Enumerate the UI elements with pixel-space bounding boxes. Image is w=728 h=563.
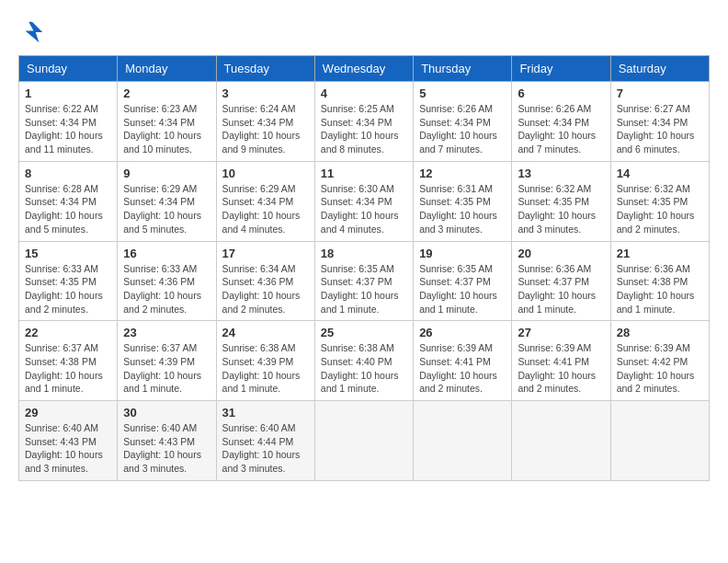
- calendar-day-cell: 14 Sunrise: 6:32 AM Sunset: 4:35 PM Dayl…: [610, 161, 709, 241]
- day-number: 16: [123, 247, 210, 260]
- calendar-day-cell: 23 Sunrise: 6:37 AM Sunset: 4:39 PM Dayl…: [118, 321, 216, 401]
- day-info: Sunrise: 6:22 AM Sunset: 4:34 PM Dayligh…: [25, 102, 111, 156]
- day-info: Sunrise: 6:32 AM Sunset: 4:35 PM Dayligh…: [518, 182, 604, 236]
- calendar-day-cell: 19 Sunrise: 6:35 AM Sunset: 4:37 PM Dayl…: [414, 241, 512, 321]
- day-number: 19: [419, 247, 506, 260]
- day-number: 21: [617, 247, 703, 260]
- day-number: 28: [617, 326, 703, 339]
- day-number: 15: [25, 247, 111, 260]
- calendar-day-cell: 4 Sunrise: 6:25 AM Sunset: 4:34 PM Dayli…: [314, 82, 413, 162]
- day-number: 14: [617, 167, 703, 180]
- calendar-day-cell: 27 Sunrise: 6:39 AM Sunset: 4:41 PM Dayl…: [512, 321, 610, 401]
- day-info: Sunrise: 6:39 AM Sunset: 4:42 PM Dayligh…: [617, 341, 703, 396]
- day-info: Sunrise: 6:38 AM Sunset: 4:40 PM Dayligh…: [321, 341, 407, 396]
- calendar-day-cell: 15 Sunrise: 6:33 AM Sunset: 4:35 PM Dayl…: [19, 241, 118, 321]
- day-number: 24: [222, 326, 309, 339]
- day-info: Sunrise: 6:27 AM Sunset: 4:34 PM Dayligh…: [617, 102, 703, 156]
- day-info: Sunrise: 6:33 AM Sunset: 4:35 PM Dayligh…: [25, 262, 111, 316]
- day-number: 7: [617, 86, 703, 100]
- weekday-header: Tuesday: [216, 56, 314, 82]
- calendar-day-cell: 16 Sunrise: 6:33 AM Sunset: 4:36 PM Dayl…: [118, 241, 216, 321]
- day-info: Sunrise: 6:26 AM Sunset: 4:34 PM Dayligh…: [518, 102, 604, 156]
- day-number: 27: [518, 326, 604, 339]
- day-info: Sunrise: 6:30 AM Sunset: 4:34 PM Dayligh…: [321, 182, 407, 236]
- day-info: Sunrise: 6:37 AM Sunset: 4:39 PM Dayligh…: [123, 341, 210, 396]
- calendar-week-row: 22 Sunrise: 6:37 AM Sunset: 4:38 PM Dayl…: [19, 321, 710, 401]
- calendar-day-cell: 20 Sunrise: 6:36 AM Sunset: 4:37 PM Dayl…: [512, 241, 610, 321]
- day-info: Sunrise: 6:40 AM Sunset: 4:43 PM Dayligh…: [25, 421, 111, 476]
- day-number: 4: [321, 86, 407, 100]
- day-number: 25: [321, 326, 407, 339]
- weekday-header: Thursday: [414, 56, 512, 82]
- calendar-day-cell: 29 Sunrise: 6:40 AM Sunset: 4:43 PM Dayl…: [19, 401, 118, 481]
- day-number: 12: [419, 167, 506, 180]
- weekday-header-row: SundayMondayTuesdayWednesdayThursdayFrid…: [19, 56, 710, 82]
- calendar-day-cell: 2 Sunrise: 6:23 AM Sunset: 4:34 PM Dayli…: [118, 82, 216, 162]
- day-info: Sunrise: 6:36 AM Sunset: 4:37 PM Dayligh…: [518, 262, 604, 316]
- calendar-day-cell: 10 Sunrise: 6:29 AM Sunset: 4:34 PM Dayl…: [216, 161, 314, 241]
- logo-icon: [18, 18, 46, 46]
- day-number: 9: [123, 167, 210, 180]
- calendar-day-cell: [512, 401, 610, 481]
- day-number: 22: [25, 326, 111, 339]
- day-number: 11: [321, 167, 407, 180]
- day-info: Sunrise: 6:40 AM Sunset: 4:43 PM Dayligh…: [123, 421, 210, 476]
- day-info: Sunrise: 6:29 AM Sunset: 4:34 PM Dayligh…: [123, 182, 210, 236]
- header: [18, 18, 710, 46]
- calendar-week-row: 1 Sunrise: 6:22 AM Sunset: 4:34 PM Dayli…: [19, 82, 710, 162]
- day-info: Sunrise: 6:40 AM Sunset: 4:44 PM Dayligh…: [222, 421, 309, 476]
- day-info: Sunrise: 6:32 AM Sunset: 4:35 PM Dayligh…: [617, 182, 703, 236]
- calendar-day-cell: 7 Sunrise: 6:27 AM Sunset: 4:34 PM Dayli…: [610, 82, 709, 162]
- calendar-week-row: 15 Sunrise: 6:33 AM Sunset: 4:35 PM Dayl…: [19, 241, 710, 321]
- calendar-day-cell: 11 Sunrise: 6:30 AM Sunset: 4:34 PM Dayl…: [314, 161, 413, 241]
- day-info: Sunrise: 6:24 AM Sunset: 4:34 PM Dayligh…: [222, 102, 309, 156]
- calendar-day-cell: 13 Sunrise: 6:32 AM Sunset: 4:35 PM Dayl…: [512, 161, 610, 241]
- day-info: Sunrise: 6:38 AM Sunset: 4:39 PM Dayligh…: [222, 341, 309, 396]
- day-info: Sunrise: 6:34 AM Sunset: 4:36 PM Dayligh…: [222, 262, 309, 316]
- calendar-week-row: 8 Sunrise: 6:28 AM Sunset: 4:34 PM Dayli…: [19, 161, 710, 241]
- calendar-day-cell: 8 Sunrise: 6:28 AM Sunset: 4:34 PM Dayli…: [19, 161, 118, 241]
- day-number: 5: [419, 86, 506, 100]
- day-info: Sunrise: 6:31 AM Sunset: 4:35 PM Dayligh…: [419, 182, 506, 236]
- calendar-day-cell: 21 Sunrise: 6:36 AM Sunset: 4:38 PM Dayl…: [610, 241, 709, 321]
- weekday-header: Wednesday: [314, 56, 413, 82]
- day-number: 13: [518, 167, 604, 180]
- day-number: 18: [321, 247, 407, 260]
- day-info: Sunrise: 6:33 AM Sunset: 4:36 PM Dayligh…: [123, 262, 210, 316]
- day-number: 8: [25, 167, 111, 180]
- day-number: 31: [222, 406, 309, 419]
- day-number: 30: [123, 406, 210, 419]
- day-info: Sunrise: 6:35 AM Sunset: 4:37 PM Dayligh…: [419, 262, 506, 316]
- calendar-day-cell: 12 Sunrise: 6:31 AM Sunset: 4:35 PM Dayl…: [414, 161, 512, 241]
- calendar-day-cell: 22 Sunrise: 6:37 AM Sunset: 4:38 PM Dayl…: [19, 321, 118, 401]
- day-info: Sunrise: 6:25 AM Sunset: 4:34 PM Dayligh…: [321, 102, 407, 156]
- calendar-day-cell: 31 Sunrise: 6:40 AM Sunset: 4:44 PM Dayl…: [216, 401, 314, 481]
- day-info: Sunrise: 6:37 AM Sunset: 4:38 PM Dayligh…: [25, 341, 111, 396]
- day-number: 20: [518, 247, 604, 260]
- weekday-header: Monday: [118, 56, 216, 82]
- calendar-day-cell: 9 Sunrise: 6:29 AM Sunset: 4:34 PM Dayli…: [118, 161, 216, 241]
- logo: [18, 18, 50, 46]
- calendar-day-cell: 26 Sunrise: 6:39 AM Sunset: 4:41 PM Dayl…: [414, 321, 512, 401]
- day-number: 1: [25, 86, 111, 100]
- weekday-header: Saturday: [610, 56, 709, 82]
- weekday-header: Sunday: [19, 56, 118, 82]
- calendar-day-cell: 24 Sunrise: 6:38 AM Sunset: 4:39 PM Dayl…: [216, 321, 314, 401]
- day-info: Sunrise: 6:39 AM Sunset: 4:41 PM Dayligh…: [419, 341, 506, 396]
- day-number: 3: [222, 86, 309, 100]
- day-number: 2: [123, 86, 210, 100]
- day-number: 23: [123, 326, 210, 339]
- calendar-day-cell: [414, 401, 512, 481]
- calendar-day-cell: 25 Sunrise: 6:38 AM Sunset: 4:40 PM Dayl…: [314, 321, 413, 401]
- weekday-header: Friday: [512, 56, 610, 82]
- svg-marker-0: [26, 22, 43, 43]
- day-info: Sunrise: 6:39 AM Sunset: 4:41 PM Dayligh…: [518, 341, 604, 396]
- day-info: Sunrise: 6:26 AM Sunset: 4:34 PM Dayligh…: [419, 102, 506, 156]
- day-number: 10: [222, 167, 309, 180]
- calendar-day-cell: 5 Sunrise: 6:26 AM Sunset: 4:34 PM Dayli…: [414, 82, 512, 162]
- calendar-day-cell: 17 Sunrise: 6:34 AM Sunset: 4:36 PM Dayl…: [216, 241, 314, 321]
- day-info: Sunrise: 6:36 AM Sunset: 4:38 PM Dayligh…: [617, 262, 703, 316]
- day-info: Sunrise: 6:35 AM Sunset: 4:37 PM Dayligh…: [321, 262, 407, 316]
- calendar-table: SundayMondayTuesdayWednesdayThursdayFrid…: [18, 55, 710, 481]
- calendar-day-cell: 28 Sunrise: 6:39 AM Sunset: 4:42 PM Dayl…: [610, 321, 709, 401]
